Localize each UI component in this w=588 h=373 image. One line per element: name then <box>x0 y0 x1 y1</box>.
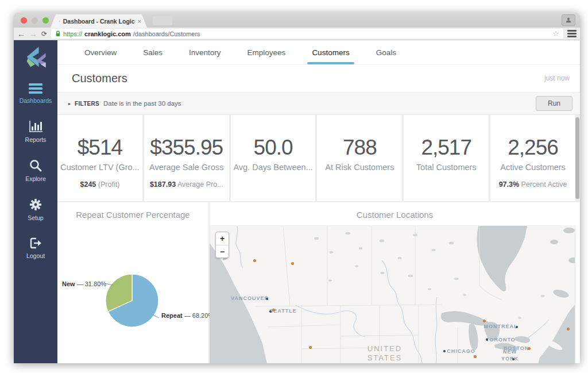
crank-logic-logo <box>23 46 48 71</box>
kpi-label: Active Customers <box>490 163 575 172</box>
kpi-value: $514 <box>57 136 142 160</box>
kpi-label: Avg. Days Between... <box>231 163 316 172</box>
kpi-label: Customer LTV (Gro... <box>57 163 142 172</box>
person-icon <box>565 17 572 24</box>
customer-location-dot <box>483 320 486 322</box>
sidebar-item-label: Reports <box>25 136 47 143</box>
sidebar-item-logout[interactable]: Logout <box>26 237 45 259</box>
city-marker-chicago <box>443 350 446 352</box>
new-tab-button[interactable] <box>153 16 172 25</box>
sidebar-item-reports[interactable]: Reports <box>25 120 47 143</box>
back-icon[interactable]: ← <box>17 30 25 38</box>
kpi-tile-avg-days-between: 50.0 Avg. Days Between... <box>231 115 316 201</box>
pie-label-repeat: Repeat — 68.20% <box>161 312 214 319</box>
city-label-vancouver: VANCOUVER <box>231 295 269 301</box>
last-updated-text: just now <box>544 74 570 82</box>
kpi-tile-at-risk-customers: 788 At Risk Customers <box>317 115 402 201</box>
minimize-window-button[interactable] <box>32 17 38 24</box>
kpi-value: 2,256 <box>490 136 575 160</box>
tab-inventory[interactable]: Inventory <box>176 40 234 64</box>
kpi-sub-label: Percent Active <box>519 180 567 189</box>
kpi-label: At Risk Customers <box>317 163 402 172</box>
customer-location-dot <box>567 328 570 330</box>
kpi-tiles-row: $514 Customer LTV (Gro... $245 (Profit) … <box>57 115 580 202</box>
pie-panel-title: Repeat Customer Percentage <box>57 202 208 225</box>
tab-sales[interactable]: Sales <box>130 40 176 64</box>
city-marker-toronto <box>486 339 488 341</box>
city-label-montreal: MONTRÉAL <box>484 324 518 329</box>
tab-employees[interactable]: Employees <box>234 40 299 64</box>
kpi-value: $355.95 <box>144 136 229 160</box>
customer-locations-map[interactable]: VANCOUVER SEATTLE MONTRÉAL TORONTO BOSTO… <box>210 225 575 363</box>
close-tab-icon[interactable]: × <box>138 18 141 25</box>
kpi-label: Total Customers <box>404 163 489 172</box>
city-marker-new-york <box>512 358 514 360</box>
browser-titlebar: Dashboard - Crank Logic × <box>14 13 580 28</box>
bookmark-star-icon[interactable]: ☆ <box>552 30 559 37</box>
url-scheme: https:// <box>63 30 82 37</box>
tab-customers[interactable]: Customers <box>299 40 362 64</box>
forward-icon[interactable]: → <box>29 30 37 38</box>
gear-icon <box>29 198 42 212</box>
kpi-sub-label: Average Pro... <box>176 180 223 189</box>
browser-tab[interactable]: Dashboard - Crank Logic × <box>51 14 147 28</box>
sidebar: Dashboards Reports <box>14 40 57 363</box>
kpi-label: Average Sale Gross <box>144 163 229 172</box>
sidebar-item-label: Setup <box>28 214 43 221</box>
filters-label[interactable]: FILTERS <box>75 101 99 107</box>
url-path: /dashboards/Customers <box>133 30 200 37</box>
zoom-in-button[interactable]: + <box>216 232 229 245</box>
pie-label-new: New — 31.80% <box>62 280 103 287</box>
tab-goals[interactable]: Goals <box>363 40 409 64</box>
address-bar[interactable]: https://cranklogic.com/dashboards/Custom… <box>51 29 563 39</box>
region-label-united-states: UNITED STATES <box>362 344 408 363</box>
sidebar-item-dashboards[interactable]: Dashboards <box>20 83 52 104</box>
city-marker-vancouver <box>266 298 268 300</box>
browser-window: Dashboard - Crank Logic × ← → ⟳ https://… <box>14 13 580 363</box>
sidebar-item-label: Explore <box>25 175 46 182</box>
profile-button[interactable] <box>562 14 575 26</box>
kpi-value: 50.0 <box>231 136 316 160</box>
kpi-sub-value: $187.93 <box>150 180 176 189</box>
tab-overview[interactable]: Overview <box>71 40 130 64</box>
sidebar-item-label: Logout <box>26 252 45 259</box>
lower-panels: Repeat Customer Percentage New — 31.80% … <box>57 202 580 363</box>
page-header: Customers just now <box>57 65 580 92</box>
reload-icon[interactable]: ⟳ <box>41 30 47 37</box>
secure-lock-icon <box>55 30 61 37</box>
city-marker-seattle <box>269 310 272 313</box>
sidebar-item-explore[interactable]: Explore <box>25 159 46 182</box>
bar-chart-icon <box>28 120 43 133</box>
window-controls <box>21 17 49 24</box>
fullscreen-window-button[interactable] <box>42 17 49 24</box>
vertical-scrollbar[interactable] <box>575 117 579 199</box>
favicon-crank-logic-icon <box>59 18 60 25</box>
map-panel-title: Customer Locations <box>210 202 580 225</box>
customer-location-dot <box>309 346 312 349</box>
logout-icon <box>29 237 42 249</box>
browser-tab-title: Dashboard - Crank Logic <box>63 18 135 25</box>
url-domain: cranklogic.com <box>84 30 131 37</box>
run-button[interactable]: Run <box>536 96 572 111</box>
repeat-customer-percentage-panel: Repeat Customer Percentage New — 31.80% … <box>57 202 210 363</box>
map-basemap <box>210 226 575 363</box>
kpi-tile-customer-ltv: $514 Customer LTV (Gro... $245 (Profit) <box>57 115 142 201</box>
kpi-sub-value: 97.3% <box>499 180 519 189</box>
browser-menu-icon[interactable] <box>567 30 577 37</box>
kpi-tile-average-sale-gross: $355.95 Average Sale Gross $187.93 Avera… <box>144 115 229 201</box>
sidebar-item-setup[interactable]: Setup <box>28 198 43 221</box>
city-label-chicago: CHICAGO <box>447 348 475 354</box>
sidebar-item-label: Dashboards <box>20 97 52 104</box>
kpi-sub-label: (Profit) <box>96 180 119 189</box>
filters-expand-icon[interactable]: ▸ <box>68 101 71 106</box>
kpi-sub-value: $245 <box>80 180 96 189</box>
customer-locations-panel: Customer Locations <box>210 202 580 363</box>
close-window-button[interactable] <box>21 17 27 24</box>
customer-location-dot <box>272 309 275 312</box>
customer-location-dot <box>291 262 294 265</box>
kpi-value: 788 <box>317 136 402 160</box>
filters-bar: ▸ FILTERS Date is in the past 30 days Ru… <box>57 92 580 115</box>
main-content: Overview Sales Inventory Employees Custo… <box>57 40 580 363</box>
city-label-toronto: TORONTO <box>486 337 516 343</box>
zoom-out-button[interactable]: − <box>216 245 229 257</box>
